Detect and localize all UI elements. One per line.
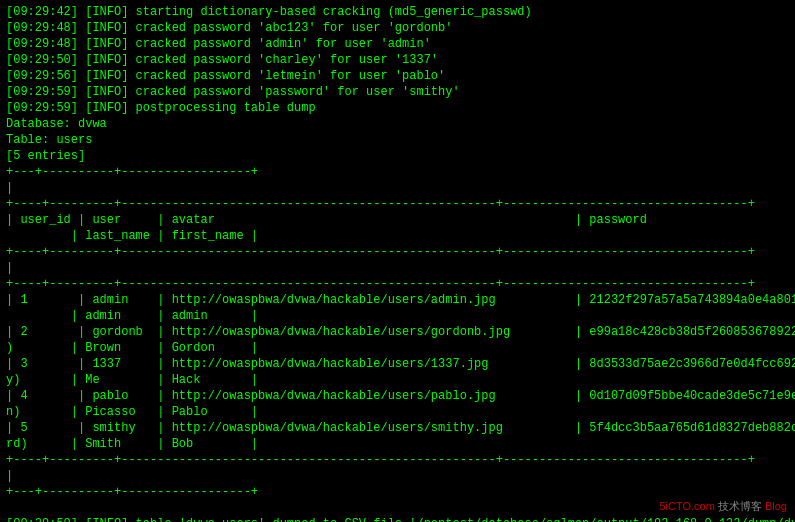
watermark-blog: Blog <box>765 500 787 512</box>
log-line-dump: [09:29:59] [INFO] table 'dvwa.users' dum… <box>6 516 789 522</box>
log-line-10: [5 entries] <box>6 148 789 164</box>
table-header-2: | last_name | first_name | <box>6 228 789 244</box>
terminal-window: [09:29:42] [INFO] starting dictionary-ba… <box>0 0 795 522</box>
table-header-border-bot: +----+---------+------------------------… <box>6 244 789 260</box>
table-border-bot2: +---+----------+------------------+ <box>6 484 789 500</box>
table-header-border: +----+---------+------------------------… <box>6 196 789 212</box>
table-row-1b: | admin | admin | <box>6 308 789 324</box>
log-line-4: [09:29:50] [INFO] cracked password 'char… <box>6 52 789 68</box>
table-row-1a: | 1 | admin | http://owaspbwa/dvwa/hacka… <box>6 292 789 308</box>
table-row-3b: y) | Me | Hack | <box>6 372 789 388</box>
log-line-3: [09:29:48] [INFO] cracked password 'admi… <box>6 36 789 52</box>
table-row-2b: ) | Brown | Gordon | <box>6 340 789 356</box>
table-border-top: +---+----------+------------------+ <box>6 164 789 180</box>
table-border-bottom: +----+---------+------------------------… <box>6 452 789 468</box>
log-line-9: Table: users <box>6 132 789 148</box>
table-row-3a: | 3 | 1337 | http://owaspbwa/dvwa/hackab… <box>6 356 789 372</box>
watermark: 5iCTO.com 技术博客 Blog <box>659 499 787 514</box>
table-blank-2: | <box>6 260 789 276</box>
log-line-7: [09:29:59] [INFO] postprocessing table d… <box>6 100 789 116</box>
log-line-6: [09:29:59] [INFO] cracked password 'pass… <box>6 84 789 100</box>
log-line-1: [09:29:42] [INFO] starting dictionary-ba… <box>6 4 789 20</box>
log-line-8: Database: dvwa <box>6 116 789 132</box>
table-blank-3: | <box>6 468 789 484</box>
table-row-5b: rd) | Smith | Bob | <box>6 436 789 452</box>
table-row-2a: | 2 | gordonb | http://owaspbwa/dvwa/hac… <box>6 324 789 340</box>
table-header: | user_id | user | avatar | password <box>6 212 789 228</box>
table-row-4a: | 4 | pablo | http://owaspbwa/dvwa/hacka… <box>6 388 789 404</box>
watermark-blog-label: 技术博客 <box>718 500 765 512</box>
table-row-border-1: +----+---------+------------------------… <box>6 276 789 292</box>
watermark-brand: 5iCTO.com <box>659 500 714 512</box>
table-blank-1: | <box>6 180 789 196</box>
table-row-4b: n) | Picasso | Pablo | <box>6 404 789 420</box>
table-row-5a: | 5 | smithy | http://owaspbwa/dvwa/hack… <box>6 420 789 436</box>
log-line-2: [09:29:48] [INFO] cracked password 'abc1… <box>6 20 789 36</box>
log-line-5: [09:29:56] [INFO] cracked password 'letm… <box>6 68 789 84</box>
